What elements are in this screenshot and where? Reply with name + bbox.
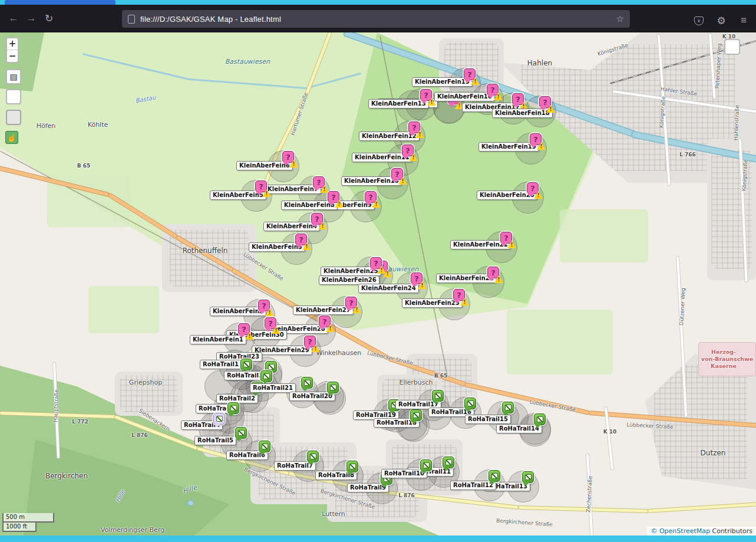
cache-type-glyph — [525, 474, 531, 480]
warning-icon: ! — [311, 344, 320, 352]
cache-label[interactable]: RoHaTrail12 — [450, 481, 496, 490]
cache-label[interactable]: RoHaTrail21 — [250, 383, 296, 393]
cache-icon[interactable]: ? ! — [311, 213, 323, 225]
cache-icon[interactable] — [307, 451, 319, 462]
tab-strip-fragment[interactable] — [5, 0, 115, 5]
cache-icon[interactable]: ? ! — [539, 96, 551, 108]
cache-icon[interactable]: ? ! — [255, 180, 267, 192]
bookmark-star-icon[interactable]: ☆ — [616, 14, 624, 24]
cache-type-glyph: ? — [504, 234, 509, 242]
cache-icon[interactable]: ? ! — [313, 176, 325, 188]
tools-wrench-icon[interactable]: ⚙ — [712, 12, 730, 29]
cache-icon[interactable] — [464, 398, 476, 409]
cache-icon[interactable] — [410, 409, 422, 421]
back-button[interactable]: ← — [5, 9, 22, 27]
cache-type-glyph: ? — [395, 170, 400, 178]
cache-icon[interactable]: ? ! — [370, 257, 382, 269]
cache-icon[interactable]: ? ! — [530, 133, 542, 145]
cache-icon[interactable]: ? ! — [487, 84, 499, 96]
archive-button[interactable]: ▤ — [6, 69, 21, 84]
cache-label[interactable]: RoHaTrail5 — [194, 436, 236, 445]
cache-icon[interactable]: ? ! — [391, 168, 403, 180]
blank-control-2[interactable] — [6, 110, 21, 125]
url-text[interactable]: file:///D:/GSAK/GSAK Map - Leaflet.html — [140, 15, 611, 24]
cache-markers-layer: KleinAberFein14 ? ! KleinAberFein13 ? ! … — [0, 32, 756, 536]
cache-type-glyph: ? — [516, 96, 520, 103]
cache-icon[interactable] — [259, 441, 270, 452]
cache-icon[interactable]: ? ! — [500, 232, 512, 244]
leaflet-map[interactable]: BastauwiesenHöfenKöhlteRothenuffelnGriep… — [0, 32, 756, 536]
cache-label[interactable]: RoHaTrail15 — [465, 415, 511, 424]
cache-label[interactable]: KleinAberFein13 — [368, 99, 429, 109]
layers-control[interactable] — [724, 39, 740, 55]
cache-label[interactable]: KleinAberFein24 — [358, 284, 419, 293]
zoom-in-button[interactable]: + — [7, 38, 18, 50]
cache-type-glyph: ? — [530, 185, 535, 192]
cache-type-glyph: ? — [491, 269, 496, 277]
cache-icon[interactable]: ? ! — [345, 297, 357, 308]
cache-icon[interactable] — [260, 370, 272, 382]
cache-icon[interactable]: ? ! — [512, 93, 524, 105]
cache-icon[interactable]: ? ! — [282, 151, 294, 163]
warning-icon: ! — [320, 185, 329, 193]
forward-button[interactable]: → — [22, 9, 40, 27]
cache-type-glyph — [262, 444, 268, 449]
cache-icon[interactable]: ? ! — [464, 68, 476, 80]
cache-icon[interactable]: ? ! — [402, 144, 414, 156]
cache-icon[interactable]: ? ! — [319, 316, 331, 327]
warning-icon: ! — [352, 306, 361, 313]
cache-icon[interactable] — [420, 459, 432, 471]
cache-icon[interactable]: ? ! — [453, 289, 465, 301]
cache-label[interactable]: KleinAberFein16 — [434, 92, 495, 101]
cache-label[interactable]: KleinAberFein15 — [412, 77, 473, 87]
url-bar[interactable]: file:///D:/GSAK/GSAK Map - Leaflet.html … — [122, 10, 630, 28]
cache-icon[interactable]: ? ! — [295, 234, 307, 245]
cache-icon[interactable]: ? ! — [304, 336, 316, 347]
cache-icon[interactable] — [213, 413, 225, 425]
cache-icon[interactable]: ? ! — [258, 300, 270, 311]
attribution-suffix: Contributors — [710, 527, 752, 535]
hand-tool-button[interactable]: ☝ — [5, 131, 18, 144]
cache-label[interactable]: RoHaTrail10 — [381, 469, 427, 478]
page-icon — [128, 15, 135, 24]
cache-icon[interactable] — [522, 471, 534, 483]
cache-icon[interactable] — [227, 402, 239, 414]
blank-control[interactable] — [6, 89, 21, 104]
osm-link[interactable]: © OpenStreetMap — [651, 527, 710, 535]
cache-icon[interactable]: ? ! — [365, 191, 377, 203]
cache-type-glyph: ? — [374, 259, 378, 267]
cache-icon[interactable]: ? ! — [527, 182, 539, 194]
cache-type-glyph: ? — [315, 215, 319, 223]
cache-label[interactable]: KleinAberFein27 — [293, 306, 354, 315]
pocket-icon[interactable]: ∨ — [690, 12, 708, 29]
cache-icon[interactable]: ? ! — [408, 121, 420, 133]
cache-type-glyph — [304, 380, 311, 386]
cache-type-glyph: ? — [331, 193, 336, 201]
zoom-out-button[interactable]: − — [7, 50, 18, 62]
browser-window: ← → ↻ file:///D:/GSAK/GSAK Map - Leaflet… — [0, 0, 756, 542]
cache-icon[interactable] — [432, 390, 444, 402]
cache-icon[interactable] — [240, 359, 252, 370]
cache-icon[interactable] — [235, 427, 247, 439]
cache-icon[interactable] — [534, 413, 546, 425]
cache-icon[interactable] — [301, 377, 313, 389]
cache-icon[interactable]: ? ! — [411, 272, 422, 284]
cache-label[interactable]: KleinAberFein1 — [190, 335, 246, 344]
cache-icon[interactable] — [502, 402, 514, 413]
cache-icon[interactable]: ? ! — [265, 317, 276, 329]
reload-button[interactable]: ↻ — [40, 9, 58, 27]
cache-type-glyph: ? — [467, 71, 472, 78]
cache-icon[interactable]: ? ! — [487, 267, 499, 278]
cache-type-glyph: ? — [412, 124, 417, 132]
cache-icon[interactable]: ? ! — [238, 323, 250, 335]
cache-icon[interactable] — [443, 456, 454, 468]
cache-icon[interactable] — [488, 470, 500, 482]
menu-hamburger-icon[interactable]: ≡ — [735, 12, 752, 29]
cache-icon[interactable] — [327, 382, 339, 393]
cache-icon[interactable] — [346, 461, 358, 472]
cache-icon[interactable]: ? ! — [420, 89, 432, 101]
cache-type-glyph: ? — [368, 193, 373, 201]
cache-icon[interactable]: ? ! — [328, 191, 339, 203]
cache-type-glyph: ? — [322, 318, 327, 326]
cache-label[interactable]: RoHaTrail1 — [200, 360, 242, 369]
